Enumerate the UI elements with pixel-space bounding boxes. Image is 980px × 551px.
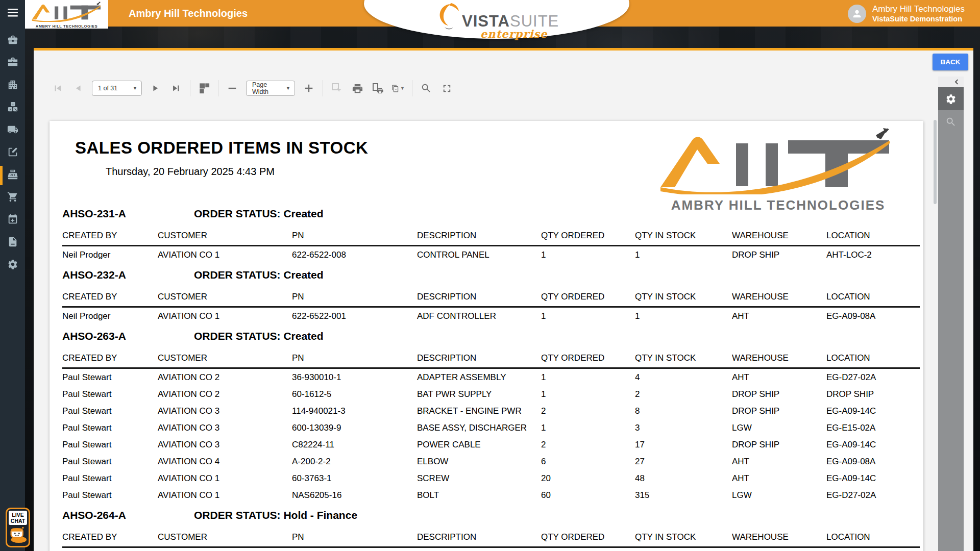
zoom-out-button[interactable] bbox=[226, 81, 239, 96]
order-items-table: CREATED BYCUSTOMERPNDESCRIPTIONQTY ORDER… bbox=[62, 292, 920, 324]
column-header: QTY ORDERED bbox=[541, 292, 635, 307]
calendar-add-icon bbox=[7, 214, 18, 227]
multipage-view-button[interactable] bbox=[198, 81, 211, 96]
order-items-table: CREATED BYCUSTOMERPNDESCRIPTIONQTY ORDER… bbox=[62, 532, 920, 551]
column-header: PN bbox=[292, 231, 417, 246]
gear-icon bbox=[945, 93, 957, 105]
document-icon bbox=[7, 236, 18, 249]
column-header: PN bbox=[292, 292, 417, 307]
column-header: CREATED BY bbox=[62, 353, 158, 368]
page-title: Ambry Hill Technologies bbox=[129, 0, 248, 27]
column-header: QTY ORDERED bbox=[541, 231, 635, 246]
viewer-scrollbar[interactable] bbox=[934, 77, 937, 551]
first-page-button[interactable] bbox=[51, 81, 64, 96]
content-panel: BACK 1 of 31▼ Page Width▼ ▼ bbox=[34, 48, 973, 551]
order-items-table: CREATED BYCUSTOMERPNDESCRIPTIONQTY ORDER… bbox=[62, 353, 920, 504]
print-layout-button[interactable] bbox=[371, 81, 384, 96]
column-header: QTY IN STOCK bbox=[635, 532, 732, 547]
live-chat-button[interactable]: LIVECHAT bbox=[6, 508, 30, 547]
table-row: Paul StewartAVIATION CO 160-3763-1SCREW2… bbox=[62, 470, 920, 487]
order-number: AHSO-231-A bbox=[62, 207, 194, 220]
truck-icon bbox=[7, 124, 18, 137]
column-header: CUSTOMER bbox=[158, 353, 292, 368]
order-section: AHSO-232-AORDER STATUS: Created CREATED … bbox=[50, 268, 923, 324]
column-header: DESCRIPTION bbox=[417, 353, 541, 368]
toolbar-separator bbox=[218, 80, 218, 96]
sidebar-item-scheduler[interactable] bbox=[0, 209, 25, 232]
zoom-in-button[interactable] bbox=[302, 81, 315, 96]
column-header: DESCRIPTION bbox=[417, 532, 541, 547]
table-header-row: CREATED BYCUSTOMERPNDESCRIPTIONQTY ORDER… bbox=[62, 353, 920, 368]
column-header: QTY IN STOCK bbox=[635, 353, 732, 368]
column-header: LOCATION bbox=[826, 292, 920, 307]
toolbar-separator bbox=[190, 80, 190, 96]
sidebar-item-shipping[interactable] bbox=[0, 119, 25, 142]
table-header-row: CREATED BYCUSTOMERPNDESCRIPTIONQTY ORDER… bbox=[62, 231, 920, 246]
order-section: AHSO-264-AORDER STATUS: Hold - Finance C… bbox=[50, 509, 923, 551]
chevron-down-icon: ▼ bbox=[286, 86, 290, 91]
parameters-panel-button[interactable] bbox=[938, 87, 964, 110]
back-button[interactable]: BACK bbox=[933, 54, 968, 70]
zoom-mode-dropdown[interactable]: Page Width▼ bbox=[246, 81, 295, 96]
user-menu[interactable]: Ambry Hill Technologies VistaSuite Demon… bbox=[848, 4, 965, 24]
order-section: AHSO-231-AORDER STATUS: Created CREATED … bbox=[50, 207, 923, 263]
sidebar-item-point-of-sale[interactable] bbox=[0, 164, 25, 187]
page-number-dropdown[interactable]: 1 of 31▼ bbox=[92, 81, 142, 96]
column-header: DESCRIPTION bbox=[417, 231, 541, 246]
table-row: Neil ProdgerAVIATION CO 1622-6522-001ADF… bbox=[62, 307, 920, 325]
sidebar-item-cart[interactable] bbox=[0, 187, 25, 209]
column-header: DESCRIPTION bbox=[417, 292, 541, 307]
search-icon bbox=[945, 116, 957, 128]
sidebar-nav bbox=[0, 30, 25, 277]
column-header: CUSTOMER bbox=[158, 292, 292, 307]
chevron-down-icon: ▼ bbox=[400, 86, 405, 91]
fullscreen-button[interactable] bbox=[440, 81, 453, 96]
scrollbar-thumb[interactable] bbox=[934, 120, 937, 204]
order-status: ORDER STATUS: Created bbox=[194, 207, 324, 220]
table-row: Paul StewartAVIATION CO 4A-200-2-2ELBOW6… bbox=[62, 453, 920, 470]
last-page-button[interactable] bbox=[169, 81, 183, 96]
next-page-button[interactable] bbox=[149, 81, 162, 96]
toolbar-separator bbox=[323, 80, 323, 96]
user-role: VistaSuite Demonstration bbox=[872, 14, 965, 23]
sidebar-item-briefcase[interactable] bbox=[0, 30, 25, 52]
app-window: Ambry Hill Technologies Ambry Hill Techn… bbox=[0, 0, 980, 551]
order-number: AHSO-232-A bbox=[62, 268, 194, 282]
search-panel-button[interactable] bbox=[938, 110, 964, 133]
chevron-down-icon: ▼ bbox=[133, 86, 137, 91]
sidebar-item-documents[interactable] bbox=[0, 232, 25, 254]
user-name: Ambry Hill Technologies bbox=[872, 4, 965, 14]
search-button[interactable] bbox=[420, 81, 433, 96]
column-header: CUSTOMER bbox=[158, 532, 292, 547]
table-row: Paul StewartAVIATION CO 3114-940021-3BRA… bbox=[62, 403, 920, 419]
sidebar-item-settings[interactable] bbox=[0, 254, 25, 277]
report-page: SALES ORDERED ITEMS IN STOCK Thursday, 2… bbox=[50, 121, 923, 551]
sidebar-item-edit[interactable] bbox=[0, 142, 25, 164]
aht-logo-icon bbox=[659, 128, 894, 194]
report-sections: AHSO-231-AORDER STATUS: Created CREATED … bbox=[50, 207, 923, 551]
order-number: AHSO-263-A bbox=[62, 330, 194, 343]
building-icon bbox=[7, 79, 18, 92]
print-button[interactable] bbox=[351, 81, 364, 96]
column-header: QTY ORDERED bbox=[541, 353, 635, 368]
column-header: WAREHOUSE bbox=[732, 353, 826, 368]
aht-logo-icon bbox=[32, 2, 102, 22]
column-header: QTY IN STOCK bbox=[635, 231, 732, 246]
previous-page-button[interactable] bbox=[71, 81, 85, 96]
company-logo[interactable]: AMBRY HILL TECHNOLOGIES bbox=[25, 0, 108, 29]
column-header: PN bbox=[292, 353, 417, 368]
column-header: WAREHOUSE bbox=[732, 292, 826, 307]
select-tool-button[interactable] bbox=[330, 81, 344, 96]
hamburger-menu-icon[interactable] bbox=[0, 4, 25, 21]
sidebar-item-inventory[interactable] bbox=[0, 97, 25, 119]
export-button[interactable]: ▼ bbox=[391, 81, 405, 96]
sidebar-item-building[interactable] bbox=[0, 74, 25, 97]
collapse-panel-button[interactable] bbox=[938, 77, 964, 87]
column-header: LOCATION bbox=[826, 231, 920, 246]
table-header-row: CREATED BYCUSTOMERPNDESCRIPTIONQTY ORDER… bbox=[62, 532, 920, 547]
table-row: Paul StewartAVIATION CO 3600-13039-9BASE… bbox=[62, 419, 920, 436]
column-header: QTY ORDERED bbox=[541, 532, 635, 547]
person-icon bbox=[851, 8, 863, 19]
sidebar-item-toolbox[interactable] bbox=[0, 52, 25, 74]
column-header: LOCATION bbox=[826, 353, 920, 368]
